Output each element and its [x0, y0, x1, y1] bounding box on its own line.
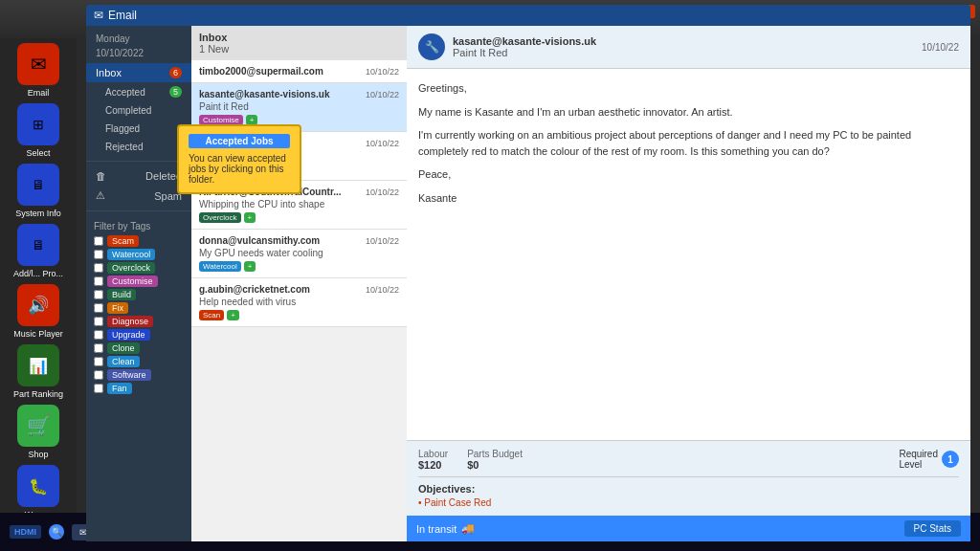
tag-watercool-checkbox[interactable] [94, 250, 103, 259]
tag-diagnose[interactable]: Diagnose [94, 316, 184, 327]
email-tag-add-4[interactable]: + [244, 212, 256, 223]
email-subject-2: Paint it Red [199, 101, 399, 112]
tag-clean[interactable]: Clean [94, 356, 184, 367]
nav-accepted-label: Accepted [105, 87, 145, 98]
email-item-2-header: kasante@kasante-visions.uk 10/10/22 [199, 89, 399, 99]
desktop-icon-partrank[interactable]: 📊 Part Ranking [5, 344, 72, 399]
email-tag-scan-6: Scan [199, 310, 224, 320]
tag-customise-checkbox[interactable] [94, 276, 103, 286]
parts-budget-label: Parts Budget [467, 449, 523, 459]
nav-completed-label: Completed [105, 105, 151, 116]
taskbar-search-icon[interactable]: 🔍 [49, 524, 64, 540]
labour-value: $120 [418, 459, 448, 471]
email-from-1: timbo2000@supermail.com [199, 66, 323, 77]
sysinfo-icon-label: System Info [15, 209, 61, 218]
nav-separator [86, 161, 191, 162]
shop-icon: 🛒 [17, 405, 59, 447]
tag-scam-label: Scam [107, 235, 139, 247]
tag-overclock-label: Overclock [107, 262, 155, 274]
tag-upgrade[interactable]: Upgrade [94, 329, 184, 341]
nav-completed[interactable]: Completed [86, 101, 191, 120]
tags-title: Filter by Tags [94, 221, 184, 231]
tooltip-body: You can view accepted jobs by clicking o… [189, 153, 290, 185]
select-icon: ⊞ [17, 103, 59, 145]
tag-build-checkbox[interactable] [94, 290, 103, 299]
email-body-line-1: My name is Kasante and I'm an urban aest… [418, 104, 959, 121]
level-badge: 1 [942, 451, 959, 468]
tag-scam-checkbox[interactable] [94, 236, 103, 246]
email-title-label: Email [108, 9, 137, 22]
email-subject-6: Help needed with virus [199, 297, 399, 307]
tag-diagnose-checkbox[interactable] [94, 317, 103, 326]
desktop-icon-shop[interactable]: 🛒 Shop [5, 405, 72, 459]
email-tag-add-6[interactable]: + [227, 310, 239, 320]
email-from-6: g.aubin@cricketnet.com [199, 284, 310, 295]
tag-clean-checkbox[interactable] [94, 357, 103, 366]
tag-fix-checkbox[interactable] [94, 303, 103, 313]
tag-fix[interactable]: Fix [94, 302, 184, 314]
desktop-icon-add[interactable]: 🖥 Add/l... Pro... [5, 224, 72, 278]
nav-spam-icon: ⚠ [96, 189, 105, 202]
email-content-header: 🔧 kasante@kasante-visions.uk Paint It Re… [407, 26, 970, 69]
nav-accepted[interactable]: Accepted 5 [86, 82, 191, 101]
email-tag-watercool-5: Watercool [199, 261, 241, 272]
tag-software-label: Software [107, 369, 151, 381]
tag-clone-label: Clone [107, 342, 140, 354]
nav-rejected[interactable]: Rejected [86, 138, 191, 156]
accepted-badge: 5 [169, 86, 182, 98]
objective-item: • Paint Case Red [418, 497, 959, 508]
tag-fan-checkbox[interactable] [94, 384, 103, 393]
nav-spam[interactable]: ⚠ Spam [86, 186, 191, 206]
email-item-1-header: timbo2000@supermail.com 10/10/22 [199, 66, 399, 77]
content-subject: Paint It Red [453, 47, 596, 58]
tag-fan[interactable]: Fan [94, 383, 184, 394]
tooltip-title: Accepted Jobs [189, 134, 290, 148]
tag-overclock-checkbox[interactable] [94, 263, 103, 273]
objectives-title: Objectives: [418, 483, 959, 495]
email-tag-add-5[interactable]: + [244, 261, 256, 272]
tag-clone[interactable]: Clone [94, 342, 184, 354]
music-icon-label: Music Player [13, 329, 63, 339]
tag-watercool-label: Watercool [107, 249, 155, 260]
nav-flagged[interactable]: Flagged [86, 120, 191, 138]
email-body-line-4: Kasante [418, 190, 959, 207]
tag-overclock[interactable]: Overclock [94, 262, 184, 274]
tag-software[interactable]: Software [94, 369, 184, 381]
labour-label: Labour [418, 449, 448, 459]
tag-upgrade-checkbox[interactable] [94, 330, 103, 340]
desktop-icon-email[interactable]: ✉ Email [5, 43, 72, 98]
nav-deleted[interactable]: 🗑 Deleted [86, 166, 191, 186]
tag-clone-checkbox[interactable] [94, 343, 103, 353]
tag-upgrade-label: Upgrade [107, 329, 150, 341]
email-list-item-6[interactable]: g.aubin@cricketnet.com 10/10/22 Help nee… [191, 278, 407, 327]
email-list-item-5[interactable]: donna@vulcansmithy.com 10/10/22 My GPU n… [191, 230, 407, 278]
email-content-panel: 🔧 kasante@kasante-visions.uk Paint It Re… [407, 26, 970, 541]
email-date-4: 10/10/22 [366, 187, 399, 197]
email-list: Inbox 1 New timbo2000@supermail.com 10/1… [191, 26, 407, 541]
job-detail-row: Labour $120 Parts Budget $0 RequiredLeve… [418, 449, 959, 471]
tag-scam[interactable]: Scam [94, 235, 184, 247]
tag-build[interactable]: Build [94, 289, 184, 300]
desktop-icon-music[interactable]: 🔊 Music Player [5, 284, 72, 339]
truck-icon: 🚚 [461, 522, 475, 535]
desktop-icon-select[interactable]: ⊞ Select [5, 103, 72, 158]
inbox-header-label: Inbox [199, 32, 227, 43]
desktop-icon-sysinfo[interactable]: 🖥 System Info [5, 164, 72, 218]
nav-inbox[interactable]: Inbox 6 [86, 63, 191, 82]
desktop-icon-wormy[interactable]: 🐛 Wormy [5, 465, 72, 519]
email-greeting: Greetings, [418, 80, 959, 97]
tag-software-checkbox[interactable] [94, 370, 103, 380]
email-list-item-1[interactable]: timbo2000@supermail.com 10/10/22 [191, 60, 407, 83]
tag-customise[interactable]: Customise [94, 276, 184, 287]
email-item-6-header: g.aubin@cricketnet.com 10/10/22 [199, 284, 399, 295]
pc-stats-button[interactable]: PC Stats [904, 520, 961, 537]
tag-watercool[interactable]: Watercool [94, 249, 184, 260]
shop-icon-label: Shop [28, 450, 48, 459]
monitor-frame: Tim's RED HOT Repairs 1 👍 -$15 ✉ Email ⊞… [0, 0, 980, 551]
tag-fix-label: Fix [107, 302, 128, 314]
email-nav: Monday 10/10/2022 Inbox 6 Accepted 5 Com… [86, 26, 191, 541]
required-label: RequiredLevel [899, 449, 938, 470]
nav-rejected-label: Rejected [105, 142, 143, 152]
email-date-3: 10/10/22 [366, 139, 399, 148]
email-tags-6: Scan + [199, 310, 399, 320]
